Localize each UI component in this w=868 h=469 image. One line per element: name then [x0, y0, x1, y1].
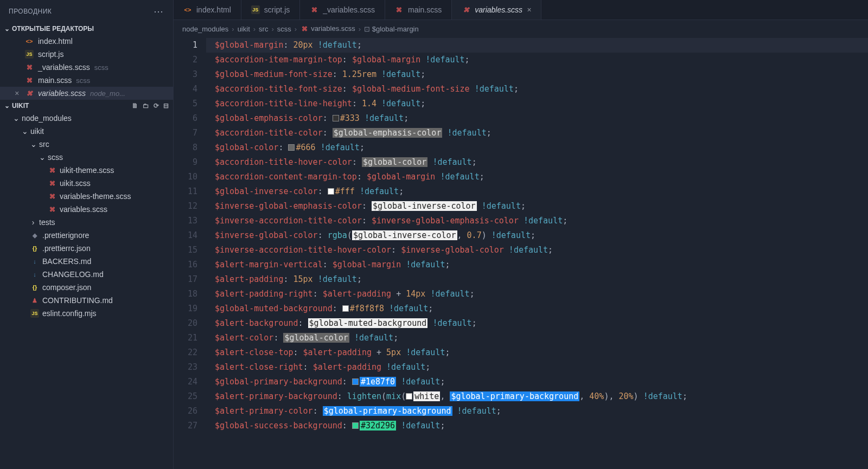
new-folder-icon[interactable]: 🗀 [143, 102, 149, 110]
tab[interactable]: ⌘variables.scss× [452, 0, 541, 20]
code-line[interactable]: $alert-close-right: $alert-padding !defa… [206, 360, 868, 375]
code-line[interactable]: $accordion-content-margin-top: $global-m… [206, 170, 868, 184]
tab-label: script.js [264, 5, 290, 14]
tab-label: main.scss [408, 5, 442, 14]
open-editor-item[interactable]: ⌘_variables.scssscss [0, 61, 173, 74]
breadcrumb-segment[interactable]: ⌘variables.scss [300, 24, 355, 34]
close-icon[interactable]: × [527, 5, 531, 14]
open-editor-item[interactable]: JSscript.js [0, 48, 173, 61]
project-name: UIKIT [12, 102, 29, 110]
main-area: <>index.htmlJSscript.js⌘_variables.scss⌘… [174, 0, 868, 469]
code-line[interactable]: $accordion-title-hover-color: $global-co… [206, 155, 868, 170]
editor[interactable]: 1234567891011121314151617181920212223242… [174, 38, 868, 470]
code-line[interactable]: $alert-background: $global-muted-backgro… [206, 316, 868, 331]
code-line[interactable]: $accordion-title-line-height: 1.4 !defau… [206, 97, 868, 111]
file-item[interactable]: ⌘variables.scss [0, 203, 173, 216]
file-path: scss [94, 63, 108, 72]
item-label: CONTRIBUTING.md [42, 296, 113, 305]
scss-icon: ⌘ [25, 89, 34, 98]
project-header[interactable]: ⌄ UIKIT 🗎 🗀 ⟳ ⊟ [0, 100, 173, 112]
file-item[interactable]: ⌘variables-theme.scss [0, 190, 173, 203]
file-item[interactable]: ↓CHANGELOG.md [0, 268, 173, 281]
code-line[interactable]: $global-color: #666 !default; [206, 140, 868, 155]
breadcrumb[interactable]: node_modules›uikit›src›scss›⌘variables.s… [174, 20, 868, 38]
refresh-icon[interactable]: ⟳ [154, 102, 159, 110]
open-editor-item[interactable]: <>index.html [0, 35, 173, 48]
color-swatch [333, 115, 339, 121]
close-icon[interactable]: × [13, 89, 21, 98]
code-line[interactable]: $inverse-accordion-title-hover-color: $i… [206, 243, 868, 258]
file-item[interactable]: ↓BACKERS.md [0, 255, 173, 268]
file-name: _variables.scss [38, 63, 90, 72]
code-content[interactable]: $global-margin: 20px !default;$accordion… [206, 38, 868, 470]
gutter: 1234567891011121314151617181920212223242… [174, 38, 206, 470]
scss-icon: ⌘ [25, 76, 34, 85]
tab[interactable]: ⌘main.scss [385, 0, 452, 20]
line-number: 16 [174, 258, 197, 272]
js-icon: JS [30, 309, 39, 318]
line-number: 27 [174, 419, 197, 433]
code-line[interactable]: $alert-close-top: $alert-padding + 5px !… [206, 345, 868, 360]
new-file-icon[interactable]: 🗎 [132, 102, 138, 110]
tab[interactable]: JSscript.js [241, 0, 300, 20]
line-number: 7 [174, 126, 197, 140]
line-number: 14 [174, 228, 197, 243]
file-name: index.html [38, 37, 73, 46]
code-line[interactable]: $global-primary-background: #1e87f0 !def… [206, 375, 868, 389]
file-item[interactable]: ◆.prettierignore [0, 229, 173, 242]
scss-icon: ⌘ [395, 5, 404, 14]
code-line[interactable]: $global-inverse-color: #fff !default; [206, 184, 868, 199]
explorer-more-icon[interactable]: ⋯ [154, 5, 164, 17]
file-item[interactable]: ⌘uikit-theme.scss [0, 164, 173, 177]
item-label: uikit-theme.scss [60, 166, 114, 175]
code-line[interactable]: $inverse-global-color: rgba($global-inve… [206, 228, 868, 243]
color-swatch [352, 422, 359, 429]
code-line[interactable]: $alert-primary-background: lighten(mix(w… [206, 389, 868, 404]
open-editor-item[interactable]: ×⌘variables.scssnode_mo... [0, 87, 173, 100]
code-line[interactable]: $inverse-global-emphasis-color: $global-… [206, 199, 868, 214]
breadcrumb-segment[interactable]: src [259, 25, 268, 33]
folder-item[interactable]: ⌄src [0, 138, 173, 151]
collapse-icon[interactable]: ⊟ [163, 102, 169, 110]
code-line[interactable]: $alert-padding: 15px !default; [206, 272, 868, 287]
item-label: variables.scss [60, 205, 107, 214]
tab[interactable]: ⌘_variables.scss [300, 0, 385, 20]
open-editors-header[interactable]: ⌄ ОТКРЫТЫЕ РЕДАКТОРЫ [0, 23, 173, 35]
file-item[interactable]: ♟CONTRIBUTING.md [0, 294, 173, 307]
html-icon: <> [25, 37, 34, 46]
code-line[interactable]: $accordion-item-margin-top: $global-marg… [206, 53, 868, 67]
folder-item[interactable]: ⌄uikit [0, 125, 173, 138]
line-number: 4 [174, 82, 197, 97]
code-line[interactable]: $inverse-accordion-title-color: $inverse… [206, 214, 868, 228]
folder-item[interactable]: ⌄node_modules [0, 112, 173, 125]
folder-item[interactable]: ›tests [0, 216, 173, 229]
code-line[interactable]: $alert-primary-color: $global-primary-ba… [206, 404, 868, 419]
code-line[interactable]: $global-margin: 20px !default; [206, 38, 868, 53]
code-line[interactable]: $alert-margin-vertical: $global-margin !… [206, 258, 868, 272]
open-editor-item[interactable]: ⌘main.scssscss [0, 74, 173, 87]
file-item[interactable]: ⌘uikit.scss [0, 177, 173, 190]
breadcrumb-segment[interactable]: ⊡ $global-margin [364, 25, 419, 33]
item-label: src [39, 140, 49, 149]
code-line[interactable]: $accordion-title-font-size: $global-medi… [206, 82, 868, 97]
breadcrumb-segment[interactable]: uikit [238, 25, 250, 33]
line-number: 17 [174, 272, 197, 287]
breadcrumb-segment[interactable]: node_modules [182, 25, 228, 33]
breadcrumb-segment[interactable]: scss [277, 25, 291, 33]
code-line[interactable]: $global-medium-font-size: 1.25rem !defau… [206, 67, 868, 82]
code-line[interactable]: $global-emphasis-color: #333 !default; [206, 111, 868, 126]
line-number: 9 [174, 155, 197, 170]
code-line[interactable]: $global-success-background: #32d296 !def… [206, 419, 868, 433]
file-item[interactable]: {}.prettierrc.json [0, 242, 173, 255]
file-path: scss [76, 76, 90, 85]
code-line[interactable]: $alert-color: $global-color !default; [206, 331, 868, 345]
folder-item[interactable]: ⌄scss [0, 151, 173, 164]
file-item[interactable]: {}composer.json [0, 281, 173, 294]
code-line[interactable]: $alert-padding-right: $alert-padding + 1… [206, 287, 868, 301]
line-number: 11 [174, 184, 197, 199]
file-item[interactable]: JSeslint.config.mjs [0, 307, 173, 320]
code-line[interactable]: $accordion-title-color: $global-emphasis… [206, 126, 868, 140]
scss-icon: ⌘ [48, 192, 56, 201]
code-line[interactable]: $global-muted-background: #f8f8f8 !defau… [206, 301, 868, 316]
tab[interactable]: <>index.html [174, 0, 241, 20]
